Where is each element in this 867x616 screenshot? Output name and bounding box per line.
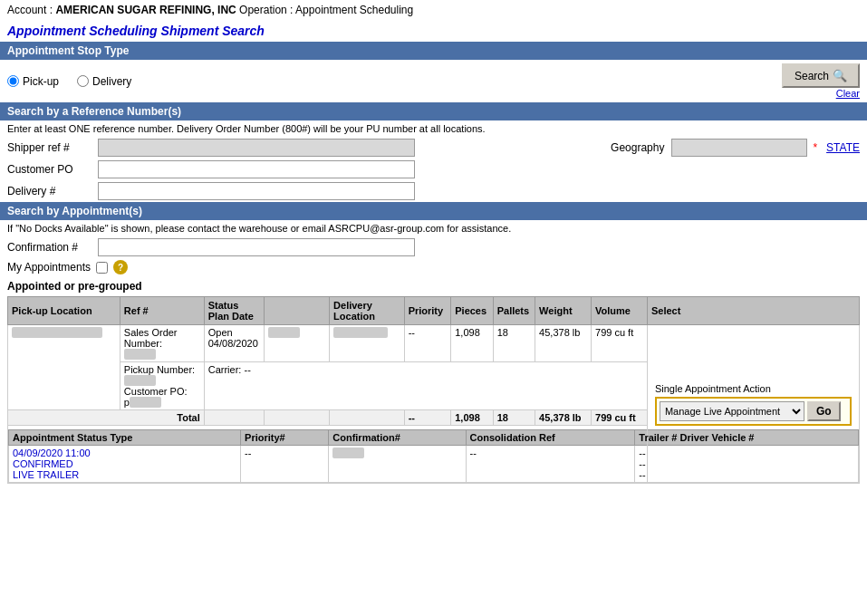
appt-confirmation-cell: [329, 446, 466, 483]
customer-po-row: Customer PO: [0, 159, 867, 180]
th-appt-priority: Priority#: [241, 430, 329, 446]
th-delivery: [264, 297, 329, 325]
pickup-label: Pick-up: [23, 75, 59, 88]
status-date: 04/08/2020: [208, 338, 260, 349]
th-appt-consolidation: Consolidation Ref: [466, 430, 635, 446]
delivery-row: Delivery #: [0, 180, 867, 202]
confirmation-input[interactable]: [98, 238, 415, 256]
search-button[interactable]: Search 🔍: [782, 63, 860, 88]
appt-consolidation-cell: --: [466, 446, 635, 483]
total-label-cell: Total: [8, 410, 205, 426]
geography-input[interactable]: [671, 139, 807, 157]
go-button[interactable]: Go: [807, 401, 841, 421]
ref-type3: Customer PO:: [124, 386, 200, 397]
action-select-row: Manage Live Appointment Schedule New App…: [655, 397, 852, 426]
ref-val2: [124, 375, 156, 386]
th-select: Select: [647, 297, 859, 325]
operation-label: Operation :: [239, 4, 293, 16]
total-volume: 799 cu ft: [592, 410, 648, 426]
total-weight: 45,378 lb: [535, 410, 592, 426]
action-area: Single Appointment Action Manage Live Ap…: [651, 380, 855, 429]
ref-cell: Sales Order Number:: [120, 325, 204, 362]
ref-section-header: Search by a Reference Number(s): [0, 102, 867, 120]
th-pickup-location: Pick-up Location: [8, 297, 120, 325]
priority-cell: --: [404, 325, 451, 362]
total-delivery-loc: [330, 410, 405, 426]
total-pieces: 1,098: [451, 410, 493, 426]
account-bar: Account : AMERICAN SUGAR REFINING, INC O…: [0, 0, 867, 20]
appt-section-header: Search by Appointment(s): [0, 202, 867, 220]
total-priority: --: [404, 410, 451, 426]
ref-type2: Pickup Number:: [124, 364, 200, 375]
appt-type2: LIVE TRAILER: [13, 469, 236, 480]
appt-type1: CONFIRMED: [13, 458, 236, 469]
appt-status-cell: 04/09/2020 11:00 CONFIRMED LIVE TRAILER: [9, 446, 241, 483]
shipper-ref-input[interactable]: [98, 139, 415, 157]
pickup-location-blurred: [12, 327, 102, 338]
delivery-radio-label[interactable]: Delivery: [77, 75, 131, 88]
th-volume: Volume: [592, 297, 648, 325]
page-title: Appointment Scheduling Shipment Search: [0, 20, 867, 42]
total-delivery: [264, 410, 329, 426]
volume-cell: 799 cu ft: [592, 325, 648, 362]
account-name: AMERICAN SUGAR REFINING, INC: [55, 4, 236, 16]
shipper-ref-label: Shipper ref #: [7, 141, 98, 154]
state-link[interactable]: STATE: [826, 141, 860, 154]
appt-priority-cell: --: [241, 446, 329, 483]
appt-trailer-cell: -- -- --: [635, 446, 859, 483]
appt-detail-row: 04/09/2020 11:00 CONFIRMED LIVE TRAILER …: [9, 446, 859, 483]
th-pallets: Pallets: [493, 297, 535, 325]
pickup-radio[interactable]: [7, 75, 19, 87]
appt-detail-table: Appointment Status Type Priority# Confir…: [8, 429, 859, 483]
carrier-cell: Carrier: --: [204, 362, 647, 410]
delivery-status-cell: [264, 325, 329, 362]
carrier-label: Carrier:: [208, 364, 242, 375]
th-appt-trailer: Trailer # Driver Vehicle #: [635, 430, 859, 446]
customer-po-label: Customer PO: [7, 163, 98, 176]
ref-info: Enter at least ONE reference number. Del…: [0, 120, 867, 137]
search-icon: 🔍: [833, 69, 847, 82]
results-table-container: Pick-up Location Ref # Status Plan Date …: [0, 296, 867, 484]
required-star: *: [813, 141, 817, 154]
table-row: Sales Order Number: Open 04/08/2020: [8, 325, 860, 362]
my-appointments-label: My Appointments: [7, 261, 91, 274]
delivery-label: Delivery: [92, 75, 131, 88]
pickup-radio-label[interactable]: Pick-up: [7, 75, 59, 88]
delivery-label: Delivery #: [7, 185, 98, 197]
appt-confirmation-blurred: [332, 448, 364, 458]
total-status: [204, 410, 264, 426]
ref-val1: [124, 349, 156, 360]
stop-type-header: Appointment Stop Type: [0, 42, 867, 60]
clear-link[interactable]: Clear: [836, 88, 860, 99]
account-label: Account :: [7, 4, 53, 16]
appt-detail-cell: Appointment Status Type Priority# Confir…: [8, 426, 860, 484]
geography-label: Geography: [611, 141, 664, 154]
ref-val3: p: [124, 397, 161, 408]
th-weight: Weight: [535, 297, 592, 325]
my-appointments-row: My Appointments ?: [0, 258, 867, 276]
delivery-location-blurred: [333, 327, 388, 338]
status-open: Open: [208, 327, 260, 338]
confirmation-row: Confirmation #: [0, 236, 867, 258]
th-status: Status Plan Date: [204, 297, 264, 325]
status-cell: Open 04/08/2020: [204, 325, 264, 362]
ref-type1: Sales Order Number:: [124, 327, 200, 349]
my-appointments-checkbox[interactable]: [96, 262, 108, 274]
carrier-ref-cell: Pickup Number: Customer PO: p: [120, 362, 204, 410]
delivery-radio[interactable]: [77, 75, 89, 87]
action-label: Single Appointment Action: [655, 383, 852, 394]
help-icon[interactable]: ?: [113, 260, 128, 274]
th-ref: Ref #: [120, 297, 204, 325]
action-select[interactable]: Manage Live Appointment Schedule New App…: [660, 401, 804, 421]
pallets-cell: 18: [493, 325, 535, 362]
pieces-cell: 1,098: [451, 325, 493, 362]
pickup-location-cell: [8, 325, 120, 410]
th-appt-status-type: Appointment Status Type: [9, 430, 241, 446]
appt-detail-header-row: Appointment Status Type Priority# Confir…: [8, 426, 860, 484]
operation-value: Appointment Scheduling: [295, 4, 413, 16]
delivery-location-cell: [330, 325, 405, 362]
th-delivery-location: Delivery Location: [330, 297, 405, 325]
customer-po-input[interactable]: [98, 160, 415, 178]
delivery-input[interactable]: [98, 182, 415, 200]
th-pieces: Pieces: [451, 297, 493, 325]
